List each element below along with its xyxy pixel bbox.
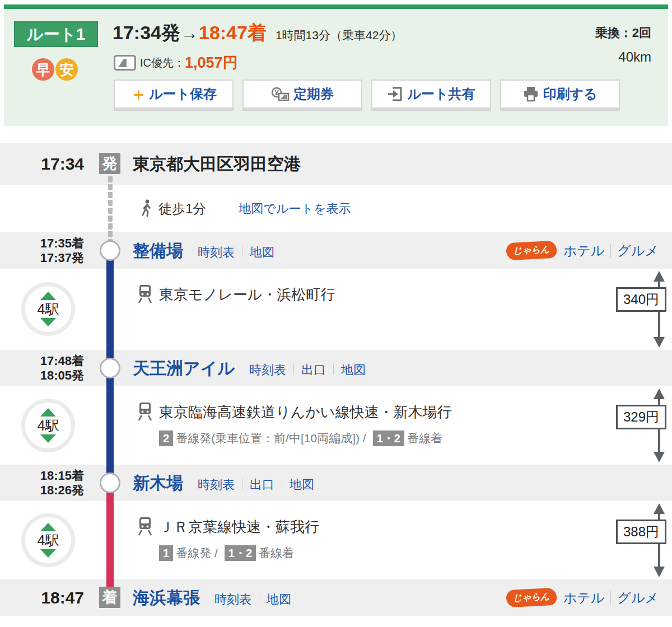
station-times: 17:35着 17:37発 bbox=[0, 236, 84, 265]
timetable-link[interactable]: 時刻表 bbox=[198, 477, 235, 491]
map-link[interactable]: 地図 bbox=[250, 245, 274, 259]
gourmet-link[interactable]: グルメ bbox=[617, 242, 659, 260]
timetable-link[interactable]: 時刻表 bbox=[249, 362, 286, 376]
walk-segment-row: 徒歩1分 地図でルートを表示 bbox=[0, 185, 672, 232]
origin-name: 東京都大田区羽田空港 bbox=[133, 143, 301, 185]
station-name-link[interactable]: 海浜幕張 bbox=[133, 588, 200, 606]
train-icon bbox=[137, 517, 153, 537]
departure-badge: 発 bbox=[99, 153, 120, 174]
timetable-link[interactable]: 時刻表 bbox=[214, 592, 251, 606]
distance-text: 40km bbox=[618, 49, 651, 65]
expand-triangle-icon bbox=[40, 434, 56, 443]
arrival-platform-text: 番線着 bbox=[259, 545, 294, 561]
fare-indicator: 340円 bbox=[599, 269, 672, 350]
segment-fare: 340円 bbox=[616, 287, 666, 312]
arrival-time: 18:47着 bbox=[199, 22, 267, 43]
departure-time: 17:37発 bbox=[0, 251, 84, 265]
stops-expander[interactable]: 4駅 bbox=[21, 282, 75, 336]
divider bbox=[259, 593, 259, 604]
walking-person-icon bbox=[140, 199, 153, 218]
arrow-down-icon bbox=[654, 567, 665, 577]
arrival-platform-text: 番線着 bbox=[407, 431, 442, 446]
map-link[interactable]: 地図 bbox=[341, 362, 366, 376]
line-name: ＪＲ京葉線快速・蘇我行 bbox=[159, 517, 319, 537]
destination-time: 18:47 bbox=[0, 579, 84, 616]
show-route-on-map-link[interactable]: 地図でルートを表示 bbox=[239, 200, 351, 217]
timetable-link[interactable]: 時刻表 bbox=[198, 245, 235, 259]
printer-icon bbox=[522, 86, 539, 102]
ic-card-icon bbox=[114, 55, 136, 71]
jalan-links: じゃらん ホテル グルメ bbox=[506, 242, 659, 260]
share-route-button[interactable]: ルート共有 bbox=[371, 79, 491, 111]
line-name: 東京臨海高速鉄道りんかい線快速・新木場行 bbox=[159, 403, 451, 422]
arrow-down-icon bbox=[654, 452, 665, 462]
route-detail: 17:34 東京都大田区羽田空港 徒歩1分 地図でルートを表示 17:35着 1… bbox=[0, 143, 672, 616]
arrival-time: 17:35着 bbox=[0, 236, 84, 251]
walk-dotted-line bbox=[108, 176, 113, 241]
exit-link[interactable]: 出口 bbox=[250, 477, 274, 491]
exit-link[interactable]: 出口 bbox=[301, 362, 326, 376]
station-name-link[interactable]: 新木場 bbox=[133, 473, 183, 492]
arrival-badge: 着 bbox=[99, 587, 120, 608]
collapse-triangle-icon bbox=[40, 292, 56, 300]
fast-tag-badge: 早 bbox=[32, 58, 54, 81]
segment-row-rinkai: 4駅 東京臨海高速鉄道りんかい線快速・新木場行 2 番線発(乗車位置：前/中[1… bbox=[0, 386, 672, 465]
commuter-pass-label: 定期券 bbox=[293, 85, 334, 103]
arrow-glyph: → bbox=[181, 24, 198, 43]
arrival-time: 17:48着 bbox=[0, 354, 84, 368]
line-name: 東京モノレール・浜松町行 bbox=[159, 285, 335, 305]
map-link[interactable]: 地図 bbox=[290, 477, 314, 491]
cheap-tag-badge: 安 bbox=[55, 58, 78, 81]
station-name-link[interactable]: 天王洲アイル bbox=[133, 358, 235, 377]
expand-triangle-icon bbox=[40, 318, 56, 326]
station-node bbox=[100, 358, 120, 378]
divider bbox=[610, 591, 611, 605]
departure-time: 18:05発 bbox=[0, 368, 84, 383]
departure-platform-badge: 1 bbox=[159, 545, 173, 561]
station-node bbox=[100, 472, 120, 493]
route-summary-panel: ルート1 早 安 17:34発→18:47着1時間13分（乗車42分） IC優先… bbox=[4, 4, 668, 126]
save-route-label: ルート保存 bbox=[149, 85, 217, 103]
platform-info: 2 番線発(乗車位置：前/中[10両編成]) / 1・2 番線着 bbox=[159, 431, 451, 446]
departure-platform-badge: 2 bbox=[159, 431, 173, 446]
total-fare: 1,057円 bbox=[185, 53, 238, 73]
jalan-logo[interactable]: じゃらん bbox=[506, 588, 557, 608]
keiyo-line-stroke bbox=[106, 483, 114, 598]
gourmet-link[interactable]: グルメ bbox=[617, 589, 659, 607]
station-times: 18:15着 18:26発 bbox=[0, 469, 84, 498]
jalan-logo[interactable]: じゃらん bbox=[506, 241, 557, 261]
origin-time: 17:34 bbox=[0, 143, 84, 185]
stops-count: 4駅 bbox=[38, 302, 59, 316]
departure-platform-text: 番線発(乗車位置：前/中[10両編成]) / bbox=[176, 431, 366, 446]
ic-fare-line: IC優先： 1,057円 bbox=[114, 53, 238, 73]
divider bbox=[293, 363, 294, 375]
train-icon bbox=[137, 402, 153, 422]
route-time-summary: 17:34発→18:47着1時間13分（乗車42分） bbox=[113, 20, 402, 46]
hotel-link[interactable]: ホテル bbox=[563, 242, 605, 260]
collapse-triangle-icon bbox=[40, 408, 56, 417]
hotel-link[interactable]: ホテル bbox=[563, 589, 605, 607]
map-link[interactable]: 地図 bbox=[267, 592, 291, 606]
train-icon bbox=[137, 284, 153, 305]
expand-triangle-icon bbox=[40, 549, 56, 558]
departure-platform-text: 番線発 / bbox=[176, 545, 218, 561]
ic-priority-label: IC優先： bbox=[140, 55, 185, 71]
divider bbox=[242, 246, 242, 257]
segment-row-keiyo: 4駅 ＪＲ京葉線快速・蘇我行 1 番線発 / 1・2 番線着 bbox=[0, 501, 672, 579]
stops-count: 4駅 bbox=[38, 533, 59, 548]
stops-expander[interactable]: 4駅 bbox=[21, 513, 75, 567]
stops-expander[interactable]: 4駅 bbox=[21, 399, 75, 452]
arrival-platform-badge: 1・2 bbox=[373, 431, 404, 446]
segment-row-monorail: 4駅 東京モノレール・浜松町行 340円 bbox=[0, 269, 672, 350]
commuter-pass-button[interactable]: ¥ 定期券 bbox=[242, 79, 362, 111]
divider bbox=[282, 478, 282, 489]
fare-indicator: 388円 bbox=[599, 501, 672, 579]
divider bbox=[610, 244, 611, 258]
print-button[interactable]: 印刷する bbox=[500, 79, 620, 111]
transfer-count: 乗換：2回 bbox=[595, 25, 651, 41]
share-route-label: ルート共有 bbox=[407, 85, 475, 103]
divider bbox=[333, 363, 334, 375]
save-route-button[interactable]: ＋ ルート保存 bbox=[114, 79, 234, 111]
share-icon bbox=[387, 86, 404, 102]
station-name-link[interactable]: 整備場 bbox=[133, 241, 183, 259]
